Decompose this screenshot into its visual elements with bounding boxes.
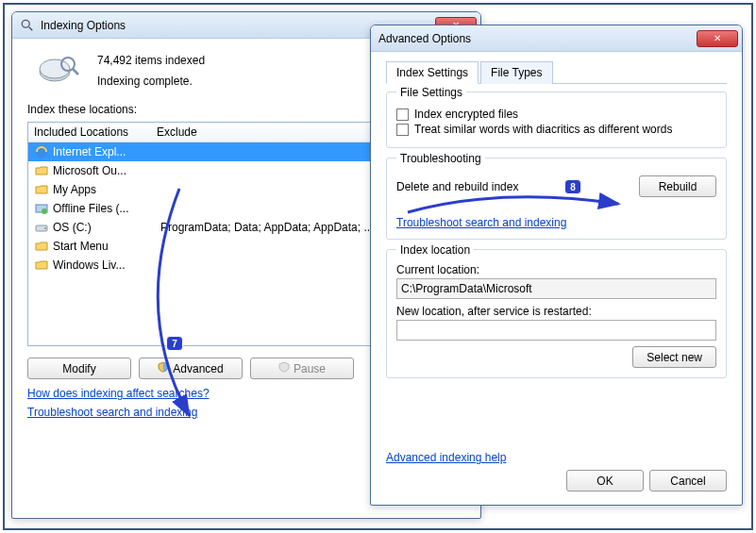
annotation-badge-7: 7 — [166, 336, 183, 351]
tab-index-settings[interactable]: Index Settings — [386, 61, 479, 84]
troubleshooting-group: Troubleshooting Delete and rebuild index… — [386, 158, 727, 240]
advanced-button[interactable]: Advanced — [139, 358, 243, 379]
annotation-badge-8: 8 — [564, 179, 581, 194]
titlebar: Advanced Options ✕ — [371, 25, 742, 52]
group-label: Index location — [396, 243, 474, 257]
row-name: Internet Expl... — [53, 145, 157, 158]
shield-icon — [278, 361, 290, 375]
svg-point-3 — [40, 59, 70, 78]
pause-button[interactable]: Pause — [250, 358, 354, 379]
group-label: Troubleshooting — [396, 152, 485, 165]
ie-icon — [34, 144, 49, 159]
file-settings-group: File Settings Index encrypted files Trea… — [386, 92, 727, 148]
cancel-button[interactable]: Cancel — [649, 470, 727, 491]
items-indexed: 74,492 items indexed — [97, 54, 205, 67]
drive-search-icon — [37, 52, 82, 90]
new-location-label: New location, after service is restarted… — [396, 305, 716, 318]
advanced-label: Advanced — [173, 362, 223, 375]
row-name: Offline Files (... — [53, 202, 157, 215]
index-location-group: Index location Current location: New loc… — [386, 249, 727, 378]
current-location-label: Current location: — [396, 263, 716, 276]
row-name: Windows Liv... — [53, 258, 157, 272]
checkbox-label: Index encrypted files — [414, 108, 518, 121]
window-title: Advanced Options — [378, 32, 697, 45]
search-icon — [20, 18, 35, 33]
link-troubleshoot-adv[interactable]: Troubleshoot search and indexing — [396, 216, 566, 229]
rebuild-button[interactable]: Rebuild — [639, 175, 716, 197]
row-name: Start Menu — [53, 240, 157, 253]
offline-icon — [34, 201, 49, 216]
link-advanced-help[interactable]: Advanced indexing help — [386, 451, 727, 464]
folder-icon — [34, 163, 49, 178]
folder-icon — [34, 258, 49, 273]
svg-line-5 — [73, 69, 78, 75]
ok-button[interactable]: OK — [566, 470, 644, 491]
pause-label: Pause — [294, 362, 326, 375]
rebuild-text: Delete and rebuild index — [396, 180, 518, 193]
svg-line-1 — [29, 26, 33, 30]
checkbox-encrypted[interactable] — [396, 108, 409, 121]
close-button[interactable]: ✕ — [697, 30, 738, 47]
advanced-options-window: Advanced Options ✕ Index Settings File T… — [370, 25, 743, 506]
checkbox-diacritics[interactable] — [396, 124, 409, 136]
svg-point-8 — [42, 208, 47, 214]
new-location-field[interactable] — [396, 320, 716, 341]
tabs: Index Settings File Types — [386, 61, 727, 84]
group-label: File Settings — [396, 86, 466, 99]
row-name: My Apps — [53, 183, 157, 196]
indexing-status: Indexing complete. — [97, 75, 205, 88]
row-name: Microsoft Ou... — [53, 164, 157, 177]
modify-button[interactable]: Modify — [27, 358, 131, 379]
svg-point-10 — [44, 227, 46, 229]
svg-point-0 — [22, 20, 29, 27]
select-new-button[interactable]: Select new — [632, 346, 716, 368]
folder-icon — [34, 182, 49, 197]
col-included: Included Locations — [34, 125, 157, 139]
drive-icon — [34, 220, 49, 235]
folder-icon — [34, 239, 49, 254]
row-name: OS (C:) — [53, 221, 157, 234]
current-location-field — [396, 278, 716, 299]
tab-file-types[interactable]: File Types — [480, 61, 552, 84]
shield-icon — [158, 361, 169, 375]
checkbox-label: Treat similar words with diacritics as d… — [414, 123, 672, 136]
